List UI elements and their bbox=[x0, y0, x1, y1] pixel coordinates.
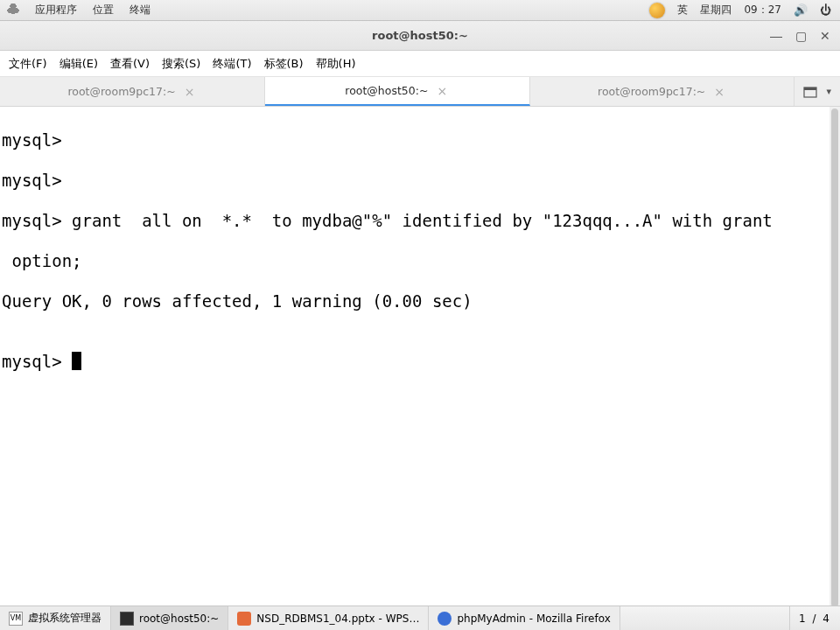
terminal-line: mysql> bbox=[2, 171, 840, 191]
terminal-line: mysql> grant all on *.* to mydba@"%" ide… bbox=[2, 211, 840, 231]
terminal-line: Query OK, 0 rows affected, 1 warning (0.… bbox=[2, 291, 840, 312]
tab-room9pc17-2[interactable]: root@room9pc17:~ × bbox=[530, 77, 795, 106]
terminal-cursor bbox=[72, 352, 81, 370]
task-terminal[interactable]: root@host50:~ bbox=[111, 606, 228, 630]
terminal-line: option; bbox=[2, 251, 840, 271]
clock-time: 09：27 bbox=[744, 3, 781, 18]
terminal-prompt-line: mysql> bbox=[2, 352, 840, 372]
menu-edit[interactable]: 编辑(E) bbox=[58, 52, 100, 75]
virt-manager-icon: VM bbox=[9, 612, 23, 626]
terminal-tabbar: root@room9pc17:~ × root@host50:~ × root@… bbox=[0, 77, 840, 107]
task-wps[interactable]: NSD_RDBMS1_04.pptx - WPS… bbox=[228, 606, 429, 630]
menu-terminal[interactable]: 终端 bbox=[130, 3, 150, 18]
tab-label: root@host50:~ bbox=[345, 84, 428, 97]
tab-dropdown-icon[interactable]: ▾ bbox=[826, 86, 831, 97]
new-tab-icon[interactable] bbox=[803, 85, 817, 99]
menu-file[interactable]: 文件(F) bbox=[7, 52, 49, 75]
menu-search[interactable]: 搜索(S) bbox=[160, 52, 202, 75]
volume-icon[interactable]: 🔊 bbox=[794, 4, 808, 17]
task-label: root@host50:~ bbox=[139, 612, 219, 625]
terminal-window: root@host50:~ — ▢ ✕ 文件(F) 编辑(E) 查看(V) 搜索… bbox=[0, 21, 840, 606]
menu-tabs[interactable]: 标签(B) bbox=[262, 52, 305, 75]
menu-applications[interactable]: 应用程序 bbox=[35, 3, 77, 18]
gnome-bottom-taskbar: VM 虚拟系统管理器 root@host50:~ NSD_RDBMS1_04.p… bbox=[0, 606, 840, 630]
menu-view[interactable]: 查看(V) bbox=[108, 52, 151, 75]
terminal-menubar: 文件(F) 编辑(E) 查看(V) 搜索(S) 终端(T) 标签(B) 帮助(H… bbox=[0, 51, 840, 77]
tab-label: root@room9pc17:~ bbox=[67, 85, 175, 98]
terminal-output[interactable]: mysql> mysql> mysql> grant all on *.* to… bbox=[0, 107, 840, 606]
wps-icon bbox=[237, 612, 251, 626]
gnome-top-panel: 应用程序 位置 终端 英 星期四 09：27 🔊 ⏻ bbox=[0, 0, 840, 21]
terminal-line: mysql> bbox=[2, 130, 840, 150]
tab-room9pc17-1[interactable]: root@room9pc17:~ × bbox=[0, 77, 265, 106]
task-label: NSD_RDBMS1_04.pptx - WPS… bbox=[256, 612, 419, 625]
tab-label: root@room9pc17:~ bbox=[598, 85, 705, 98]
tab-close-icon[interactable]: × bbox=[435, 84, 449, 98]
svg-rect-1 bbox=[804, 88, 816, 90]
task-firefox[interactable]: phpMyAdmin - Mozilla Firefox bbox=[429, 606, 620, 630]
ime-language[interactable]: 英 bbox=[677, 3, 688, 18]
terminal-icon bbox=[120, 612, 134, 626]
power-icon[interactable]: ⏻ bbox=[820, 4, 831, 17]
ime-badge-icon[interactable] bbox=[649, 3, 665, 18]
menu-places[interactable]: 位置 bbox=[93, 3, 114, 18]
task-label: phpMyAdmin - Mozilla Firefox bbox=[457, 612, 610, 625]
clock-day: 星期四 bbox=[700, 3, 732, 18]
window-titlebar[interactable]: root@host50:~ — ▢ ✕ bbox=[0, 21, 840, 51]
menu-help[interactable]: 帮助(H) bbox=[314, 52, 358, 75]
tab-host50[interactable]: root@host50:~ × bbox=[265, 77, 530, 106]
terminal-scrollbar[interactable] bbox=[830, 107, 840, 606]
tab-close-icon[interactable]: × bbox=[183, 85, 197, 99]
window-title: root@host50:~ bbox=[372, 29, 468, 42]
menu-terminal[interactable]: 终端(T) bbox=[211, 52, 253, 75]
tab-close-icon[interactable]: × bbox=[712, 85, 726, 99]
tab-overflow-controls: ▾ bbox=[794, 77, 840, 106]
gnome-foot-icon bbox=[7, 3, 19, 15]
window-close-button[interactable]: ✕ bbox=[816, 29, 835, 43]
window-minimize-button[interactable]: — bbox=[766, 29, 786, 43]
window-maximize-button[interactable]: ▢ bbox=[791, 29, 810, 43]
firefox-icon bbox=[438, 612, 452, 626]
scrollbar-thumb[interactable] bbox=[831, 108, 838, 607]
task-virt-manager[interactable]: VM 虚拟系统管理器 bbox=[0, 606, 111, 630]
workspace-indicator[interactable]: 1 / 4 bbox=[789, 606, 840, 630]
task-label: 虚拟系统管理器 bbox=[28, 611, 102, 626]
